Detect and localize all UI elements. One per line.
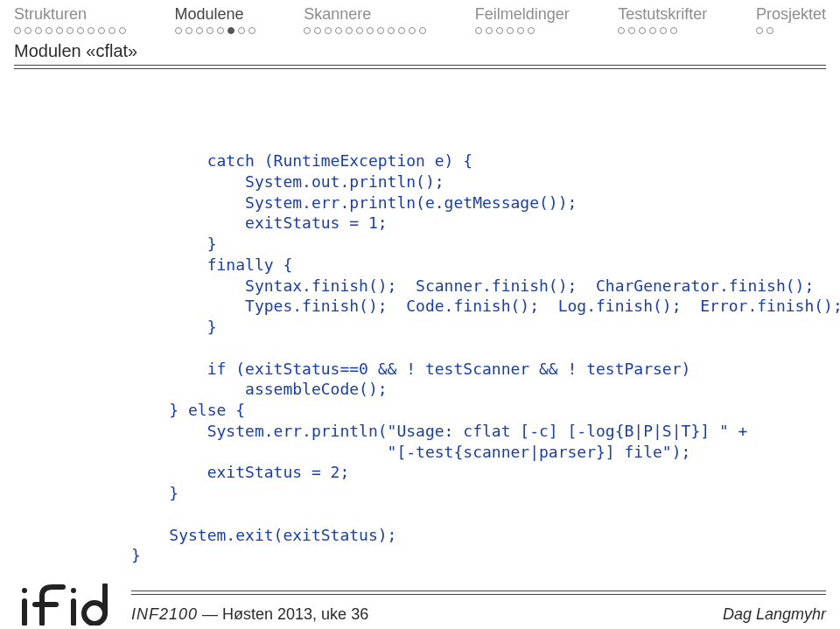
nav-label: Testutskrifter xyxy=(618,5,707,24)
progress-dot[interactable] xyxy=(649,27,656,34)
progress-dot[interactable] xyxy=(304,27,311,34)
svg-point-3 xyxy=(71,588,76,593)
progress-dot[interactable] xyxy=(388,27,395,34)
progress-dot[interactable] xyxy=(77,27,84,34)
nav-item-2[interactable]: Skannere xyxy=(304,5,426,38)
double-rule xyxy=(14,65,826,70)
progress-dot[interactable] xyxy=(670,27,677,34)
footer-course-code: INF2100 xyxy=(131,605,198,623)
svg-point-0 xyxy=(22,588,27,593)
nav-label: Modulene xyxy=(175,5,244,24)
progress-dot[interactable] xyxy=(639,27,646,34)
nav-label: Feilmeldinger xyxy=(475,5,570,24)
progress-dot[interactable] xyxy=(367,27,374,34)
nav-label: Strukturen xyxy=(14,5,87,24)
progress-dot[interactable] xyxy=(507,27,514,34)
progress-dot[interactable] xyxy=(206,27,214,34)
progress-dot[interactable] xyxy=(409,27,416,34)
progress-dot[interactable] xyxy=(88,27,94,34)
footer-double-rule xyxy=(131,591,826,596)
progress-dot[interactable] xyxy=(56,27,63,34)
progress-dot[interactable] xyxy=(660,27,667,34)
progress-dot[interactable] xyxy=(325,27,332,34)
progress-dot[interactable] xyxy=(14,27,21,34)
progress-dot[interactable] xyxy=(66,27,74,34)
svg-point-5 xyxy=(84,603,105,624)
footer: INF2100 — Høsten 2013, uke 36 Dag Langmy… xyxy=(0,578,840,629)
nav-item-1[interactable]: Modulene xyxy=(175,5,256,38)
progress-dot[interactable] xyxy=(398,27,405,34)
progress-dot[interactable] xyxy=(119,27,126,34)
nav-progress-dots xyxy=(304,25,426,38)
nav-progress-dots xyxy=(618,25,677,38)
progress-dot[interactable] xyxy=(217,27,224,34)
progress-dot[interactable] xyxy=(35,27,42,34)
progress-dot[interactable] xyxy=(24,27,32,34)
nav-item-4[interactable]: Testutskrifter xyxy=(618,5,707,38)
progress-dot[interactable] xyxy=(419,27,426,34)
footer-author: Dag Langmyhr xyxy=(723,605,826,624)
progress-dot[interactable] xyxy=(314,27,321,34)
nav-label: Prosjektet xyxy=(756,5,826,24)
ifi-logo-icon xyxy=(16,584,117,626)
progress-dot[interactable] xyxy=(766,27,774,34)
nav-progress-dots xyxy=(475,25,535,38)
nav-item-0[interactable]: Strukturen xyxy=(14,5,126,38)
progress-dot[interactable] xyxy=(475,27,482,34)
progress-dot[interactable] xyxy=(175,27,182,34)
progress-dot[interactable] xyxy=(756,27,763,34)
nav-progress-dots xyxy=(756,25,774,38)
subtitle-bar: Modulen «cflat» xyxy=(0,38,840,70)
progress-dot[interactable] xyxy=(486,27,493,34)
progress-dot[interactable] xyxy=(238,27,245,34)
footer-course-rest: — Høsten 2013, uke 36 xyxy=(198,605,368,623)
progress-dot[interactable] xyxy=(248,27,256,34)
progress-dot[interactable] xyxy=(46,27,52,34)
footer-left: INF2100 — Høsten 2013, uke 36 xyxy=(131,605,368,624)
nav-tabs: StrukturenModuleneSkannereFeilmeldingerT… xyxy=(0,0,840,38)
progress-dot[interactable] xyxy=(528,27,535,34)
progress-dot[interactable] xyxy=(496,27,503,34)
code-listing: catch (RuntimeException e) { System.out.… xyxy=(0,72,840,566)
nav-label: Skannere xyxy=(304,5,371,24)
slide-subtitle: Modulen «cflat» xyxy=(14,41,826,65)
progress-dot[interactable] xyxy=(228,27,234,34)
progress-dot[interactable] xyxy=(517,27,524,34)
progress-dot[interactable] xyxy=(98,27,105,34)
progress-dot[interactable] xyxy=(628,27,635,34)
progress-dot[interactable] xyxy=(346,27,353,34)
progress-dot[interactable] xyxy=(186,27,192,34)
progress-dot[interactable] xyxy=(335,27,342,34)
progress-dot[interactable] xyxy=(356,27,363,34)
nav-item-5[interactable]: Prosjektet xyxy=(756,5,826,38)
nav-item-3[interactable]: Feilmeldinger xyxy=(475,5,570,38)
progress-dot[interactable] xyxy=(618,27,625,34)
nav-progress-dots xyxy=(175,25,256,38)
progress-dot[interactable] xyxy=(108,27,116,34)
nav-progress-dots xyxy=(14,25,126,38)
progress-dot[interactable] xyxy=(196,27,203,34)
progress-dot[interactable] xyxy=(377,27,384,34)
